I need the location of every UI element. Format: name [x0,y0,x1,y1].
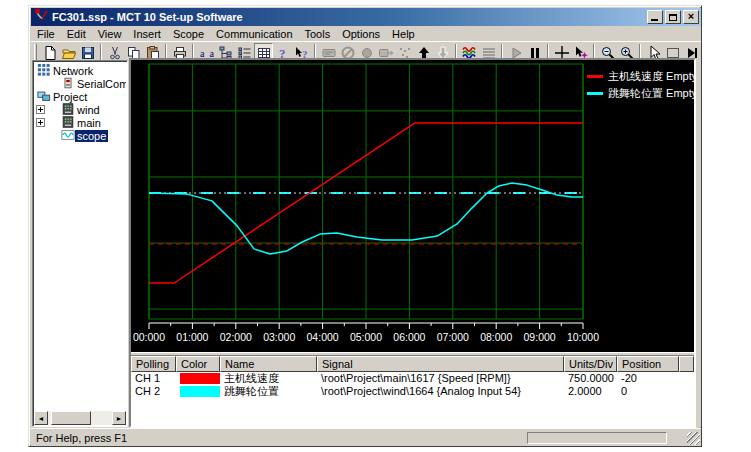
scope-legend: 主机线速度 Empty跳舞轮位置 Empty [587,68,694,102]
column-header-name[interactable]: Name [220,356,317,372]
tree-item-label: wind [75,104,102,116]
cell-color [176,385,220,398]
x-tick-label: 01:000 [176,331,208,343]
maximize-button[interactable] [665,10,681,24]
toolbar-grip[interactable] [34,44,37,62]
x-tick-label: 02:000 [220,331,252,343]
app-window: FC301.ssp - MCT 10 Set-up Software × Fil… [28,5,702,447]
channel-table-header: PollingColorNameSignalUnits/DivPosition [131,356,694,372]
cell-polling: CH 1 [131,372,176,385]
column-header-position[interactable]: Position [617,356,679,372]
cell-filler [679,385,694,398]
column-header-color[interactable]: Color [176,356,220,372]
cell-position: 0 [617,385,679,398]
x-tick-label: 08:000 [480,331,512,343]
sidebar-item-scope[interactable]: scope [35,129,126,142]
sidebar-item-main[interactable]: main [35,116,126,129]
cell-polling: CH 2 [131,385,176,398]
scope-plot-svg: 00:00001:00002:00003:00004:00005:00006:0… [131,60,694,352]
column-header-units-div[interactable]: Units/Div [564,356,617,372]
title-bar[interactable]: FC301.ssp - MCT 10 Set-up Software × [31,8,701,26]
minimize-button[interactable] [647,10,663,24]
cell-units-div: 2.0000 [564,385,617,398]
legend-entry: 主机线速度 Empty [587,68,694,85]
tree-item-label: main [75,117,103,129]
menu-edit[interactable]: Edit [61,27,92,41]
minimize-icon [651,19,658,21]
sidebar-item-project[interactable]: Project [35,90,126,103]
menu-bar: FileEditViewInsertScopeCommunicationTool… [31,26,701,41]
channel-row-ch1[interactable]: CH 1主机线速度\root\Project\main\1617 {Speed … [131,372,694,385]
tree-horizontal-scrollbar[interactable]: ◄ ► [34,411,126,425]
scroll-right-button[interactable]: ► [112,411,126,425]
cell-name: 跳舞轮位置 [220,385,317,398]
close-button[interactable]: × [683,10,699,24]
legend-swatch [587,75,603,78]
scope-view: 00:00001:00002:00003:00004:00005:00006:0… [129,58,696,428]
menu-options[interactable]: Options [336,27,386,41]
save-icon [80,45,96,61]
channel-table: PollingColorNameSignalUnits/DivPosition … [131,356,694,424]
window-title: FC301.ssp - MCT 10 Set-up Software [52,11,243,23]
app-icon [33,7,49,27]
x-tick-label: 09:000 [524,331,556,343]
scroll-left-button[interactable]: ◄ [34,411,48,425]
scope-graph-area[interactable]: 00:00001:00002:00003:00004:00005:00006:0… [131,60,694,352]
x-tick-label: 04:000 [307,331,339,343]
x-tick-label: 05:000 [350,331,382,343]
cell-signal: \root\Project\main\1617 {Speed [RPM]} [317,372,564,385]
menu-scope[interactable]: Scope [167,27,210,41]
cell-units-div: 750.0000 [564,372,617,385]
x-tick-label: 06:000 [393,331,425,343]
legend-entry: 跳舞轮位置 Empty [587,85,694,102]
x-tick-label: 00:000 [133,331,165,343]
status-indicator-box [527,432,667,444]
status-bar: For Help, press F1 [31,428,701,446]
expand-plus-icon[interactable] [36,105,45,114]
cell-name: 主机线速度 [220,372,317,385]
sidebar-item-wind[interactable]: wind [35,103,126,116]
legend-label: 主机线速度 Empty [608,69,694,84]
sidebar-item-network[interactable]: Network [35,64,126,77]
expand-plus-icon[interactable] [36,118,45,127]
scroll-thumb[interactable] [51,411,91,425]
project-tree: NetworkSerialComProjectwindmainscope [35,64,126,410]
status-text: For Help, press F1 [36,432,127,444]
project-tree-panel: NetworkSerialComProjectwindmainscope ◄ ► [32,60,128,427]
menu-view[interactable]: View [92,27,128,41]
resize-grip[interactable] [687,432,700,445]
legend-label: 跳舞轮位置 Empty [608,86,694,101]
cut-icon [107,45,123,61]
menu-communication[interactable]: Communication [210,27,298,41]
cell-signal: \root\Project\wind\1664 {Analog Input 54… [317,385,564,398]
column-header-filler[interactable] [679,356,694,372]
menu-file[interactable]: File [31,27,61,41]
maximize-icon [669,14,677,21]
menu-tools[interactable]: Tools [299,27,337,41]
toolbar-separator [100,44,102,62]
cell-position: -20 [617,372,679,385]
tree-item-label: scope [75,130,108,142]
channel-table-body: CH 1主机线速度\root\Project\main\1617 {Speed … [131,372,694,424]
svg-text:a_a: a_a [200,48,214,59]
tree-item-label: SerialCom [75,78,126,90]
menu-help[interactable]: Help [386,27,421,41]
channel-color-swatch [180,386,220,397]
desktop: FC301.ssp - MCT 10 Set-up Software × Fil… [0,0,751,452]
cell-color [176,372,220,385]
scope-wave-icon [61,128,75,144]
x-tick-label: 07:000 [437,331,469,343]
channel-row-ch2[interactable]: CH 2跳舞轮位置\root\Project\wind\1664 {Analog… [131,385,694,398]
column-header-signal[interactable]: Signal [317,356,564,372]
channel-color-swatch [180,373,220,384]
cell-filler [679,372,694,385]
open-folder-icon [61,45,77,61]
column-header-polling[interactable]: Polling [131,356,176,372]
menu-insert[interactable]: Insert [127,27,167,41]
close-icon: × [688,11,694,22]
x-tick-label: 03:000 [263,331,295,343]
new-document-icon [42,45,58,61]
x-tick-label: 10:000 [567,331,599,343]
legend-swatch [587,92,603,95]
